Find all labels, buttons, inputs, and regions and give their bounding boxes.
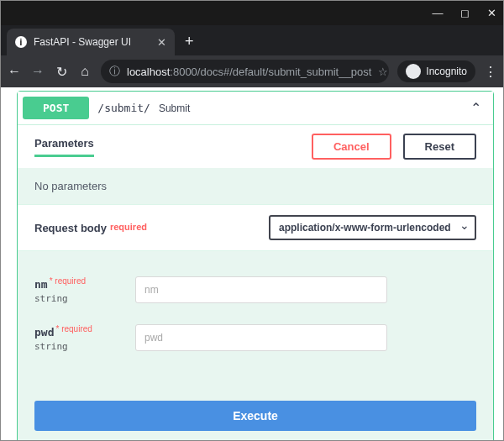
pwd-input[interactable]	[135, 324, 387, 351]
no-parameters-text: No parameters	[18, 168, 493, 204]
parameters-title: Parameters	[34, 137, 94, 157]
chevron-up-icon[interactable]: ⌃	[470, 100, 481, 116]
request-body-title: Request bodyrequired	[34, 222, 147, 234]
execute-button[interactable]: Execute	[34, 401, 476, 431]
incognito-indicator[interactable]: 🕶 Incognito	[397, 60, 475, 82]
operation-block: POST /submit/ Submit ⌃ Parameters Cancel…	[17, 91, 494, 441]
cancel-button[interactable]: Cancel	[312, 134, 391, 160]
window-minimize-icon[interactable]: —	[432, 7, 444, 19]
field-required-label: * required	[55, 324, 92, 333]
field-required-label: * required	[50, 276, 86, 286]
page-content: POST /submit/ Submit ⌃ Parameters Cancel…	[0, 87, 504, 441]
form-field-nm: nm* required string	[34, 276, 476, 304]
incognito-icon: 🕶	[406, 64, 421, 79]
browser-tabstrip: i FastAPI - Swagger UI ✕ +	[0, 25, 504, 55]
reset-button[interactable]: Reset	[403, 134, 476, 160]
window-titlebar: — ◻ ✕	[0, 0, 504, 25]
field-type: string	[34, 341, 135, 352]
url-bar[interactable]: ⓘ localhost:8000/docs#/default/submit_su…	[101, 60, 389, 83]
parameters-header: Parameters Cancel Reset	[18, 124, 493, 168]
content-type-select[interactable]: application/x-www-form-urlencoded	[269, 215, 476, 240]
nav-reload-icon[interactable]: ↻	[54, 64, 69, 80]
field-name: nm	[34, 278, 48, 291]
request-body-form: nm* required string pwd* required string	[18, 251, 493, 392]
incognito-label: Incognito	[426, 66, 467, 77]
window-close-icon[interactable]: ✕	[486, 7, 497, 19]
nav-back-icon[interactable]: ←	[7, 64, 22, 79]
nav-home-icon[interactable]: ⌂	[77, 64, 92, 79]
field-type: string	[34, 293, 135, 304]
bookmark-star-icon[interactable]: ☆	[378, 66, 388, 78]
site-info-icon[interactable]: ⓘ	[109, 64, 120, 79]
tab-title: FastAPI - Swagger UI	[34, 36, 131, 48]
nav-forward-icon[interactable]: →	[30, 64, 45, 79]
operation-header[interactable]: POST /submit/ Submit ⌃	[18, 92, 493, 124]
window-maximize-icon[interactable]: ◻	[459, 7, 470, 19]
new-tab-button[interactable]: +	[185, 33, 194, 50]
field-name: pwd	[34, 326, 54, 339]
browser-tab[interactable]: i FastAPI - Swagger UI ✕	[7, 29, 175, 55]
tab-close-icon[interactable]: ✕	[157, 36, 166, 49]
form-field-pwd: pwd* required string	[34, 324, 476, 352]
nm-input[interactable]	[135, 276, 387, 303]
favicon-icon: i	[15, 36, 27, 48]
http-method-badge: POST	[23, 97, 89, 119]
browser-toolbar: ← → ↻ ⌂ ⓘ localhost:8000/docs#/default/s…	[0, 55, 504, 87]
url-text: localhost:8000/docs#/default/submit_subm…	[127, 66, 371, 78]
operation-path: /submit/	[97, 102, 150, 114]
request-body-header: Request bodyrequired application/x-www-f…	[18, 204, 493, 251]
content-type-select-wrap: application/x-www-form-urlencoded	[269, 215, 476, 240]
operation-summary: Submit	[159, 102, 190, 114]
browser-menu-icon[interactable]: ⋮	[484, 64, 497, 80]
